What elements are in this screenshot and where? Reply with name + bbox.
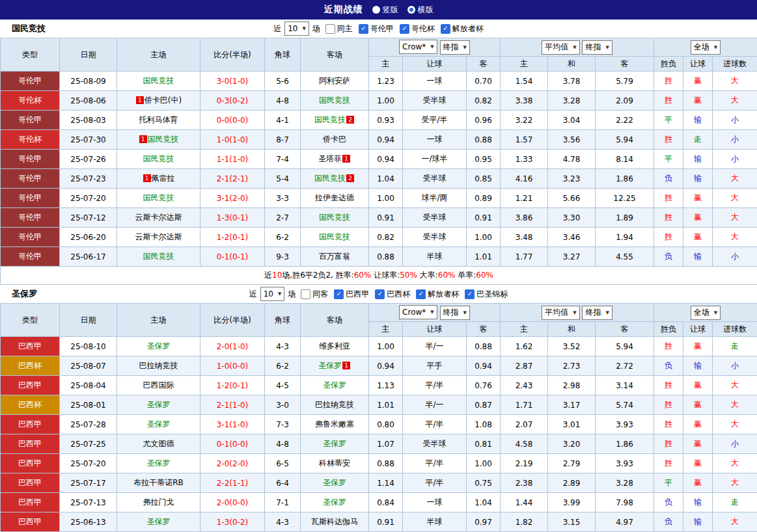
odds-value: 1.00 [369, 189, 403, 208]
team-name: 国民竞技 [143, 76, 174, 85]
avg-odds-value: 3.17 [548, 395, 596, 415]
filter-checkbox[interactable]: ✓巴西甲 [334, 289, 369, 300]
odds-source-select[interactable]: Crow*▼ [399, 305, 437, 319]
team-name: 佩雷拉 [152, 174, 175, 183]
avg-odds-value: 2.22 [596, 111, 654, 130]
match-row: 哥伦甲25-08-09国民竞技3-0(1-0)5-6阿利安萨1.23一球0.70… [1, 72, 757, 91]
filter-checkbox[interactable]: ✓哥伦甲 [359, 23, 394, 34]
scope-select[interactable]: 全场▼ [691, 306, 721, 320]
layout-radio-horizontal[interactable]: 横版 [407, 5, 434, 16]
filter-checkbox[interactable]: 同主 [325, 23, 353, 34]
result-cell: 负 [654, 512, 683, 532]
team-cell: 国民竞技 [117, 72, 200, 91]
chevron-down-icon: ▼ [605, 310, 609, 315]
avg-odds-value: 4.97 [596, 512, 654, 532]
team-name: 国民竞技 [314, 115, 346, 124]
avg-final-select[interactable]: 终指▼ [582, 40, 612, 55]
avg-odds-value: 1.89 [596, 208, 654, 228]
avg-odds-value: 1.77 [501, 247, 548, 267]
score: 0-1(0-0) [200, 434, 265, 454]
team-name: 圣保罗 [323, 478, 346, 487]
checkbox-label: 巴圣锦标 [476, 289, 508, 300]
team-cell: 圣保罗 [117, 454, 200, 473]
match-date: 25-08-03 [60, 111, 117, 130]
filter-checkbox[interactable]: ✓解放者杯 [416, 289, 459, 300]
team-cell: 国民竞技2 [301, 169, 369, 189]
handicap-result-cell: 走 [683, 130, 713, 150]
summary-segment: 50% [400, 271, 417, 280]
league-badge: 巴西甲 [1, 337, 60, 356]
col-odds-away: 客 [467, 57, 501, 72]
odds-final-select[interactable]: 终指▼ [440, 306, 470, 320]
league-badge: 巴西杯 [1, 395, 60, 415]
odds-value: 0.88 [369, 247, 403, 267]
league-badge: 哥伦甲 [1, 72, 60, 91]
odds-value: 平/半 [403, 376, 467, 395]
corners: 3-3 [265, 189, 301, 208]
match-count-select[interactable]: 10▼ [284, 21, 309, 36]
score: 1-3(0-1) [200, 208, 265, 228]
odds-value: 受半球 [403, 208, 467, 228]
score: 1-0(1-0) [200, 130, 265, 150]
team-name: 云斯卡尔达斯 [135, 232, 182, 241]
team-name: 国民竞技 [143, 154, 174, 163]
team-name: 国民竞技 [319, 213, 350, 222]
team-name: 云斯卡尔达斯 [135, 213, 182, 222]
radio-icon [407, 6, 415, 14]
odds-value: 0.88 [467, 130, 501, 150]
team-cell: 尤文图德 [117, 434, 200, 454]
odds-source-select[interactable]: Crow*▼ [399, 40, 437, 54]
avg-source-select[interactable]: 平均值▼ [542, 40, 579, 55]
odds-value: 0.91 [467, 208, 501, 228]
scope-select[interactable]: 全场▼ [691, 40, 721, 55]
match-row: 哥伦甲25-08-03托利马体育0-0(0-0)4-1国民竞技20.93受平/半… [1, 111, 757, 130]
filter-checkbox[interactable]: ✓巴西杯 [375, 289, 410, 300]
match-row: 巴西杯25-08-01圣保罗2-1(1-0)3-0巴拉纳竞技1.01半/一0.8… [1, 395, 757, 415]
team-name: 圣保罗 [147, 459, 171, 468]
league-badge: 巴西甲 [1, 434, 60, 454]
match-date: 25-08-10 [60, 337, 117, 356]
goals-result-cell: 小 [713, 356, 757, 376]
result-cell: 胜 [654, 337, 683, 356]
league-badge: 哥伦杯 [1, 91, 60, 111]
league-badge: 哥伦甲 [1, 189, 60, 208]
checkbox-label: 巴西杯 [387, 289, 410, 300]
filter-checkbox[interactable]: ✓哥伦杯 [400, 23, 435, 34]
avg-odds-value: 3.99 [548, 493, 596, 512]
team-name: 圣保罗 [147, 400, 171, 409]
layout-radio-vertical[interactable]: 竖版 [372, 5, 398, 16]
match-count-select[interactable]: 10▼ [260, 287, 285, 301]
avg-odds-value: 3.78 [548, 72, 596, 91]
team-cell: 弗鲁米嫩塞 [301, 415, 369, 434]
handicap-result-cell: 赢 [683, 337, 713, 356]
chevron-down-icon: ▼ [278, 291, 281, 297]
chevron-down-icon: ▼ [463, 45, 467, 50]
avg-odds-value: 3.20 [548, 434, 596, 454]
team-name: 阿利安萨 [319, 76, 350, 85]
avg-source-select[interactable]: 平均值▼ [542, 306, 579, 320]
odds-value: 一球 [403, 72, 467, 91]
filter-checkbox[interactable]: ✓解放者杯 [441, 23, 484, 34]
team-name: 瓦斯科达伽马 [311, 517, 358, 526]
handicap-result-cell: 赢 [683, 473, 713, 493]
corners: 6-2 [265, 228, 301, 247]
result-cell: 平 [654, 150, 683, 169]
results-table: 类型 日期 主场 比分(半场) 角球 客场 Crow*▼ 终指▼ 平均值▼ 终指… [0, 303, 757, 532]
filter-checkbox[interactable]: 同客 [301, 289, 328, 300]
col-result: 胜负 [654, 57, 683, 72]
team-name: 布拉干蒂诺RB [133, 478, 184, 487]
avg-odds-value: 7.98 [596, 493, 654, 512]
odds-value: 0.91 [369, 208, 403, 228]
match-row: 哥伦甲25-06-17国民竞技0-1(0-1)9-3百万富翁0.88半球1.01… [1, 247, 757, 267]
team-cell: 圣保罗 [117, 512, 200, 532]
col-type: 类型 [1, 38, 60, 72]
avg-final-select[interactable]: 终指▼ [582, 306, 612, 320]
odds-final-select[interactable]: 终指▼ [440, 40, 470, 55]
result-cell: 负 [654, 169, 683, 189]
filter-checkbox[interactable]: ✓巴圣锦标 [465, 289, 508, 300]
matches-label: 场 [288, 289, 296, 300]
match-row: 哥伦甲25-06-20云斯卡尔达斯1-2(0-1)6-2国民竞技0.82受半球1… [1, 228, 757, 247]
league-badge: 哥伦甲 [1, 169, 60, 189]
goals-result-cell: 大 [713, 512, 757, 532]
team-name: 圣保罗 [147, 517, 171, 526]
